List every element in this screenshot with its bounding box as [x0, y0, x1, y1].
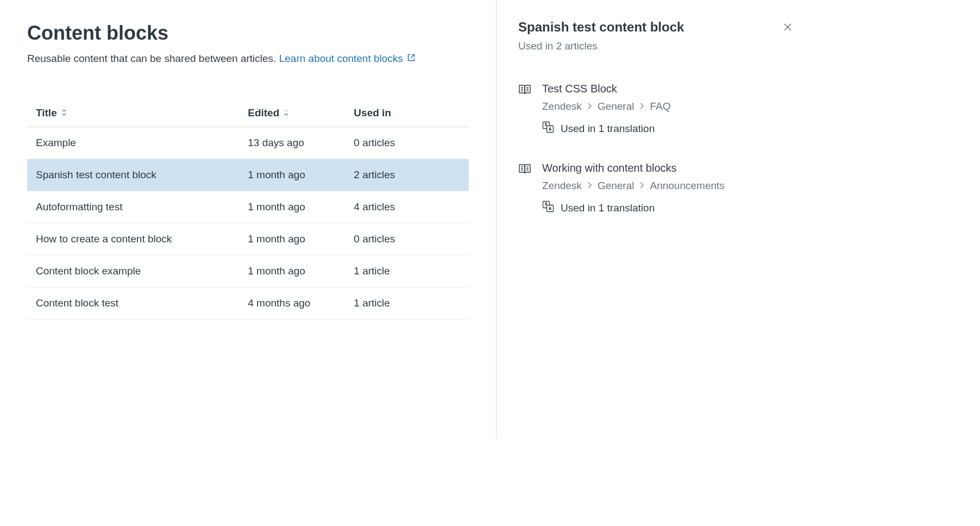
detail-panel: Spanish test content block Used in 2 art… [497, 0, 817, 438]
page-title: Content blocks [27, 22, 469, 45]
table-row[interactable]: How to create a content block1 month ago… [27, 223, 469, 255]
translation-icon [542, 201, 554, 215]
translation-text: Used in 1 translation [561, 123, 655, 135]
cell-usedin: 1 article [345, 287, 469, 319]
external-link-icon [407, 51, 416, 67]
cell-edited: 1 month ago [239, 159, 345, 191]
breadcrumb-segment[interactable]: Zendesk [542, 180, 582, 192]
table-row[interactable]: Autoformatting test1 month ago4 articles [27, 191, 469, 223]
table-header-row: Title Edited [27, 99, 469, 127]
translation-icon [542, 121, 554, 136]
column-header-edited[interactable]: Edited [239, 99, 345, 127]
cell-title: How to create a content block [27, 223, 239, 255]
cell-usedin: 0 articles [345, 127, 469, 159]
breadcrumb-segment[interactable]: Announcements [650, 180, 724, 192]
table-row[interactable]: Spanish test content block1 month ago2 a… [27, 159, 469, 191]
book-icon [518, 163, 531, 215]
cell-title: Content block example [27, 255, 239, 287]
cell-edited: 1 month ago [239, 223, 345, 255]
column-header-title-label: Title [36, 107, 57, 119]
article-body: Working with content blocksZendeskGenera… [542, 162, 795, 215]
sort-icon [60, 107, 68, 119]
chevron-right-icon [639, 180, 644, 192]
chevron-right-icon [587, 180, 592, 192]
cell-usedin: 4 articles [345, 191, 469, 223]
learn-link-text: Learn about content blocks [279, 53, 403, 64]
chevron-right-icon [587, 101, 592, 112]
cell-title: Example [27, 127, 239, 159]
sort-icon [282, 107, 290, 119]
book-icon [518, 84, 531, 136]
breadcrumb-segment[interactable]: FAQ [650, 101, 670, 112]
cell-usedin: 1 article [345, 255, 469, 287]
column-header-usedin: Used in [345, 99, 469, 127]
close-button[interactable] [780, 20, 795, 36]
cell-edited: 4 months ago [239, 287, 345, 319]
cell-title: Spanish test content block [27, 159, 239, 191]
close-icon [782, 26, 793, 34]
column-header-edited-label: Edited [248, 107, 279, 119]
cell-title: Autoformatting test [27, 191, 239, 223]
article-item[interactable]: Working with content blocksZendeskGenera… [518, 162, 795, 215]
breadcrumb-segment[interactable]: General [598, 180, 635, 192]
detail-subtitle: Used in 2 articles [518, 40, 795, 52]
cell-title: Content block test [27, 287, 239, 319]
learn-link[interactable]: Learn about content blocks [279, 53, 416, 64]
breadcrumb: ZendeskGeneralAnnouncements [542, 180, 795, 192]
page-subtitle: Reusable content that can be shared betw… [27, 51, 469, 67]
translation-text: Used in 1 translation [561, 202, 655, 214]
cell-edited: 13 days ago [239, 127, 345, 159]
chevron-right-icon [639, 101, 644, 112]
breadcrumb-segment[interactable]: Zendesk [542, 101, 582, 112]
cell-usedin: 0 articles [345, 223, 469, 255]
article-title: Working with content blocks [542, 162, 795, 174]
table-row[interactable]: Example13 days ago0 articles [27, 127, 469, 159]
breadcrumb-segment[interactable]: General [598, 101, 635, 112]
content-blocks-table: Title Edited [27, 99, 469, 320]
table-row[interactable]: Content block test4 months ago1 article [27, 287, 469, 319]
subtitle-text: Reusable content that can be shared betw… [27, 53, 279, 64]
breadcrumb: ZendeskGeneralFAQ [542, 101, 795, 112]
translation-info: Used in 1 translation [542, 121, 795, 136]
article-body: Test CSS BlockZendeskGeneralFAQUsed in 1… [542, 83, 795, 136]
cell-edited: 1 month ago [239, 191, 345, 223]
cell-edited: 1 month ago [239, 255, 345, 287]
detail-title: Spanish test content block [518, 20, 795, 35]
article-title: Test CSS Block [542, 83, 795, 95]
column-header-title[interactable]: Title [27, 99, 239, 127]
translation-info: Used in 1 translation [542, 201, 795, 215]
article-item[interactable]: Test CSS BlockZendeskGeneralFAQUsed in 1… [518, 83, 795, 136]
column-header-usedin-label: Used in [354, 107, 391, 118]
main-content: Content blocks Reusable content that can… [0, 0, 497, 438]
table-row[interactable]: Content block example1 month ago1 articl… [27, 255, 469, 287]
cell-usedin: 2 articles [345, 159, 469, 191]
